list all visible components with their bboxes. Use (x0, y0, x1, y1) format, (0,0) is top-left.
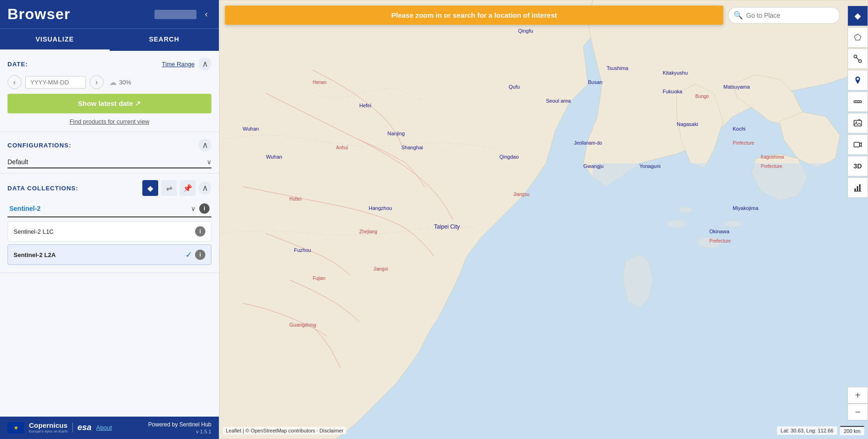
collection-item-s2l2a[interactable]: Sentinel-2 L2A ✓ i (7, 244, 211, 265)
chart-toolbar-button[interactable] (847, 177, 868, 198)
zoom-out-button[interactable]: − (847, 404, 868, 420)
svg-text:Shanghai: Shanghai (401, 145, 423, 150)
copernicus-logo: Copernicus Europe's eyes on Earth (29, 422, 68, 433)
svg-text:Hefei: Hefei (359, 103, 371, 108)
svg-text:Wuhan: Wuhan (266, 154, 282, 160)
svg-rect-66 (859, 184, 861, 191)
map-right-toolbar: ◆ ⬠ (847, 6, 868, 198)
map-container[interactable]: Henan Anhui Hubei Zhejiang Fujian Guangd… (219, 0, 868, 439)
svg-rect-65 (857, 186, 858, 191)
collection-check-icon: ✓ (185, 250, 192, 260)
configurations-section: CONFIGURATIONS: ∧ Default ∨ (0, 132, 219, 174)
pentagon-toolbar-button[interactable]: ⬠ (847, 27, 868, 48)
date-collapse-button[interactable]: ∧ (198, 57, 211, 70)
svg-text:Qingfu: Qingfu (518, 28, 533, 34)
threed-toolbar-button[interactable]: 3D (847, 156, 868, 176)
svg-text:Busan: Busan (588, 79, 602, 85)
esa-logo: esa (72, 423, 91, 432)
svg-point-62 (856, 122, 857, 123)
dc-collapse-button[interactable]: ∧ (198, 181, 211, 195)
time-range-link[interactable]: Time Range (162, 61, 195, 68)
svg-text:★: ★ (14, 425, 19, 431)
date-section-actions: Time Range ∧ (162, 57, 211, 70)
svg-text:Prefecture: Prefecture (733, 140, 755, 146)
layers-toolbar-button[interactable]: ◆ (847, 6, 868, 26)
svg-text:Kitakyushu: Kitakyushu (663, 70, 688, 76)
sidebar-header: Browser ‹ (0, 0, 219, 28)
chart-icon (853, 183, 862, 192)
config-select-wrapper[interactable]: Default ∨ (7, 156, 211, 168)
ruler-toolbar-button[interactable] (847, 91, 868, 112)
svg-rect-64 (854, 188, 856, 191)
zoom-in-button[interactable]: + (847, 387, 868, 404)
place-search-wrapper: 🔍 (728, 7, 840, 24)
svg-text:Prefecture: Prefecture (761, 164, 783, 169)
pin-button[interactable]: 📌 (180, 180, 196, 196)
configurations-collapse-button[interactable]: ∧ (198, 139, 211, 152)
date-next-button[interactable]: › (90, 75, 104, 89)
footer-right: Powered by Sentinel Hub v 1.5.1 (148, 421, 211, 434)
svg-text:Fuzhou: Fuzhou (294, 247, 311, 253)
show-latest-label: Show latest date ↗ (78, 99, 141, 108)
cloud-cover-value: 30% (119, 79, 131, 86)
collection-item-info-button-2[interactable]: i (195, 250, 205, 260)
video-toolbar-button[interactable] (847, 134, 868, 155)
find-products-link[interactable]: Find products for current view (7, 118, 211, 125)
collection-item-label: Sentinel-2 L1C (14, 228, 195, 235)
configurations-section-header: CONFIGURATIONS: ∧ (7, 139, 211, 152)
date-prev-button[interactable]: ‹ (7, 75, 21, 89)
sidebar-footer: ★ Copernicus Europe's eyes on Earth esa … (0, 417, 219, 439)
filter-button[interactable]: ⇌ (161, 180, 177, 196)
svg-text:Prefecture: Prefecture (709, 238, 731, 244)
svg-text:Guangdong: Guangdong (289, 322, 316, 328)
svg-text:Wuhan: Wuhan (243, 126, 259, 132)
collection-dropdown[interactable]: Sentinel-2 ∨ i (7, 201, 211, 217)
scale-indicator: 200 km (840, 426, 864, 435)
data-collections-header: DATA COLLECTIONS: ◆ ⇌ 📌 ∧ (7, 180, 211, 196)
collection-info-button[interactable]: i (199, 203, 210, 214)
svg-rect-61 (854, 120, 861, 126)
pin-icon (853, 76, 862, 85)
about-link[interactable]: About (96, 424, 112, 431)
tab-search[interactable]: SEARCH (110, 29, 219, 51)
image-icon (853, 118, 862, 128)
video-icon (853, 140, 862, 149)
sidebar-content: DATE: Time Range ∧ ‹ › ☁ 30% (0, 51, 219, 417)
collapse-button[interactable]: ‹ (201, 7, 211, 21)
collection-item-label-selected: Sentinel-2 L2A (14, 251, 185, 258)
tab-visualize[interactable]: VISUALIZE (0, 29, 110, 51)
ruler-icon (853, 97, 862, 106)
pin-toolbar-button[interactable] (847, 70, 868, 91)
layers-button[interactable]: ◆ (142, 180, 158, 196)
svg-rect-14 (593, 163, 868, 439)
show-latest-button[interactable]: Show latest date ↗ (7, 94, 211, 113)
collection-item-info-button[interactable]: i (195, 226, 205, 237)
date-section-header: DATE: Time Range ∧ (7, 57, 211, 70)
svg-text:Fukuoka: Fukuoka (663, 89, 683, 94)
search-icon: 🔍 (734, 11, 743, 20)
map-search-bar: Please zoom in or search for a location … (225, 6, 840, 25)
collection-item-s2l1c[interactable]: Sentinel-2 L1C i (7, 221, 211, 242)
config-selected-value: Default (7, 158, 207, 166)
map-attribution: Leaflet | © OpenStreetMap contributors ·… (219, 426, 868, 435)
collection-dropdown-chevron: ∨ (191, 205, 196, 212)
zoom-controls: + − (847, 387, 868, 420)
place-search-input[interactable] (728, 7, 840, 24)
image-toolbar-button[interactable] (847, 113, 868, 133)
line-toolbar-button[interactable] (847, 49, 868, 69)
line-icon (853, 54, 862, 63)
map-svg: Henan Anhui Hubei Zhejiang Fujian Guangd… (219, 0, 868, 439)
date-input[interactable] (25, 76, 86, 89)
footer-logos: ★ Copernicus Europe's eyes on Earth esa … (7, 422, 112, 433)
zoom-alert: Please zoom in or search for a location … (225, 6, 723, 25)
svg-text:Zhejiang: Zhejiang (359, 229, 377, 234)
cloud-icon: ☁ (109, 78, 117, 87)
powered-by-text: Powered by Sentinel Hub (148, 421, 211, 428)
svg-text:Fujian: Fujian (313, 276, 325, 281)
data-collections-title: DATA COLLECTIONS: (7, 185, 78, 192)
svg-text:Nagasaki: Nagasaki (677, 121, 698, 127)
svg-text:Qingdao: Qingdao (499, 154, 519, 160)
sidebar: Browser ‹ VISUALIZE SEARCH DATE: Time Ra… (0, 0, 219, 439)
date-section-title: DATE: (7, 61, 28, 68)
coordinates-display: Lat: 30.63, Lng: 112.66 (777, 426, 837, 435)
